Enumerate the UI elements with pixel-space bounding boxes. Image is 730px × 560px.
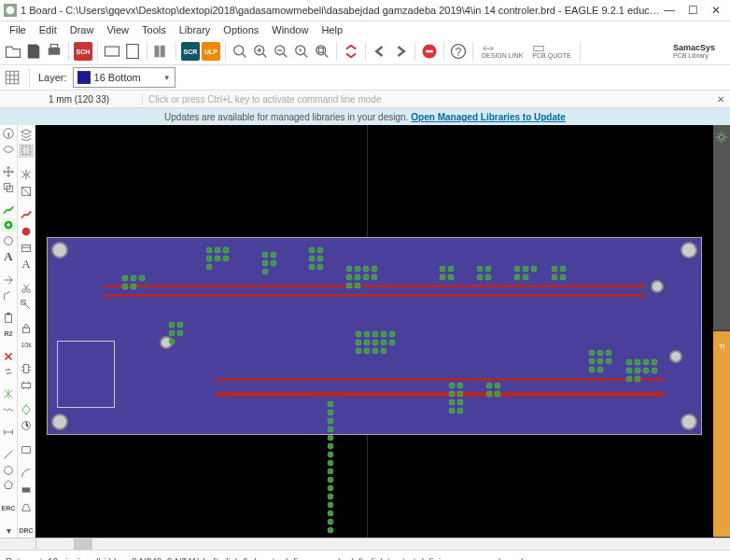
minimize-button[interactable]: — [664, 4, 675, 17]
ripup-tool[interactable] [19, 207, 34, 222]
miter-tool[interactable] [1, 288, 16, 302]
fanout-tool[interactable] [19, 402, 34, 417]
redo-button[interactable] [391, 42, 410, 61]
print-button[interactable] [45, 42, 63, 61]
maximize-button[interactable]: ☐ [688, 4, 698, 17]
zoom-redraw-button[interactable] [292, 42, 311, 61]
open-button[interactable] [4, 42, 22, 61]
show-tool[interactable] [1, 143, 16, 157]
pad [346, 274, 352, 280]
menu-window[interactable]: Window [266, 23, 314, 36]
script-button[interactable]: SCR [181, 42, 200, 61]
pad [177, 330, 183, 336]
menu-file[interactable]: File [4, 23, 32, 36]
rect-tool[interactable] [19, 483, 34, 497]
value-tool[interactable]: R2 [1, 327, 16, 341]
mounting-hole [681, 413, 697, 430]
delete-tool[interactable] [1, 349, 16, 363]
zoom-select-button[interactable] [313, 42, 331, 61]
menu-edit[interactable]: Edit [34, 23, 63, 36]
samacsys-button[interactable]: SamacSys PCB Library [669, 44, 719, 59]
pad [560, 266, 566, 272]
hole-tool[interactable] [1, 234, 16, 248]
pad [523, 274, 528, 280]
arc-tool[interactable] [19, 467, 34, 482]
text2-tool[interactable]: A [19, 257, 34, 272]
grid-button[interactable] [4, 69, 21, 86]
menu-draw[interactable]: Draw [64, 23, 100, 36]
polygon2-tool[interactable] [19, 499, 34, 514]
notice-link[interactable]: Open Managed Libraries to Update [411, 112, 566, 122]
lock-tool[interactable] [19, 321, 34, 336]
zoom-fit-button[interactable] [231, 42, 249, 61]
menu-options[interactable]: Options [218, 23, 264, 36]
schematic-button[interactable]: SCH [74, 42, 92, 61]
more-down[interactable]: ▾ [1, 524, 16, 538]
horizontal-scrollbar[interactable] [0, 538, 730, 550]
polygon-tool[interactable] [1, 479, 16, 493]
design-link-button[interactable]: DESIGN LINK [478, 45, 526, 59]
save-button[interactable] [24, 42, 43, 61]
dimension-tool[interactable] [1, 426, 16, 440]
command-input[interactable]: Click or press Ctrl+L key to activate co… [143, 94, 711, 105]
pad [328, 469, 333, 474]
svg-rect-6 [155, 46, 160, 58]
undo-button[interactable] [371, 42, 389, 61]
tab-manufacturing[interactable]: MANUFACTURING [713, 125, 730, 331]
cut-tool[interactable] [19, 281, 34, 296]
line-tool[interactable] [1, 448, 16, 462]
pad [131, 275, 136, 281]
layer-select[interactable]: 16 Bottom ▼ [73, 67, 175, 88]
info-tool[interactable]: i [1, 127, 16, 141]
ratsnest-tool[interactable] [1, 387, 16, 401]
drc-tool[interactable]: DRC [19, 523, 34, 538]
menu-library[interactable]: Library [174, 23, 217, 36]
tab-fusion360[interactable]: F FUSION 360 [713, 331, 730, 538]
zoom-out-button[interactable] [272, 42, 290, 61]
attribute-tool[interactable] [19, 241, 34, 256]
command-clear-button[interactable]: ✕ [711, 94, 730, 105]
sheet-button[interactable] [123, 42, 142, 61]
scrollbar-thumb[interactable] [74, 539, 92, 550]
slice-tool[interactable] [19, 298, 34, 313]
rotate-tool[interactable] [19, 184, 34, 199]
route-tool[interactable] [1, 203, 16, 217]
board-canvas[interactable]: /*pads below are decorative approximatio… [35, 125, 713, 538]
smash-tool[interactable] [19, 378, 34, 393]
paste-tool[interactable] [1, 312, 16, 326]
meander-tool[interactable] [1, 403, 16, 417]
pad [271, 260, 276, 266]
layers-tool[interactable] [19, 127, 34, 142]
board-button[interactable] [103, 42, 121, 61]
pad [328, 435, 333, 441]
mark-tool[interactable] [19, 144, 34, 159]
ulp-button[interactable]: ULP [202, 42, 220, 61]
optimize-tool[interactable] [19, 418, 34, 433]
name-tool[interactable]: 10k [19, 338, 34, 353]
menu-view[interactable]: View [101, 23, 134, 36]
via-tool[interactable] [1, 218, 16, 232]
menu-help[interactable]: Help [316, 23, 348, 36]
mirror-tool[interactable] [19, 167, 34, 182]
command-bar: 1 mm (120 33) Click or press Ctrl+L key … [0, 91, 730, 108]
close-button[interactable]: ✕ [711, 4, 721, 17]
library-button[interactable] [152, 42, 171, 61]
copy-tool[interactable] [1, 180, 16, 194]
dimension2-tool[interactable] [19, 442, 34, 457]
circle-tool[interactable] [1, 464, 16, 478]
add-tool[interactable] [19, 362, 34, 377]
zoom-in-button[interactable] [251, 42, 270, 61]
menu-tools[interactable]: Tools [136, 23, 172, 36]
svg-point-32 [22, 227, 31, 235]
split-tool[interactable] [1, 273, 16, 287]
switch-button[interactable] [342, 42, 360, 61]
move-tool[interactable] [1, 165, 16, 179]
text-tool[interactable]: A [1, 249, 16, 264]
pcb-quote-button[interactable]: PCB QUOTE [528, 45, 574, 59]
erc-tool[interactable]: ERC [1, 501, 16, 515]
pad [206, 256, 212, 261]
signal-tool[interactable] [19, 224, 34, 239]
replace-tool[interactable] [1, 365, 16, 379]
help-button[interactable]: ? [449, 42, 468, 61]
stop-button[interactable] [420, 42, 439, 61]
